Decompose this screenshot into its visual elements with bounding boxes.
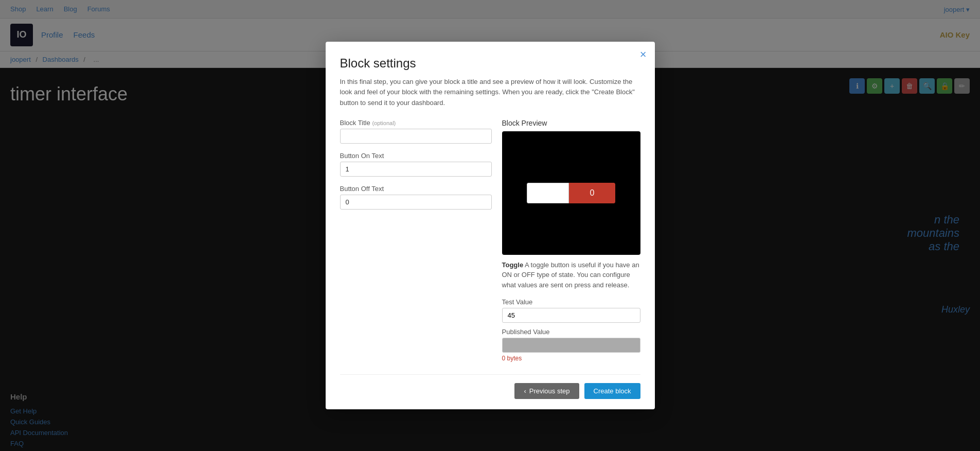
previous-step-button[interactable]: ‹ Previous step	[514, 383, 579, 399]
preview-label: Block Preview	[502, 119, 640, 127]
preview-area: 0	[502, 131, 640, 255]
published-value-input	[502, 338, 640, 353]
button-off-group: Button Off Text	[340, 185, 492, 210]
block-title-input[interactable]	[340, 129, 492, 144]
button-on-input[interactable]	[340, 162, 492, 177]
published-label: Published Value	[502, 328, 640, 336]
modal-close-button[interactable]: ×	[640, 49, 647, 60]
modal-description: In this final step, you can give your bl…	[340, 77, 640, 109]
create-block-button[interactable]: Create block	[584, 383, 640, 399]
optional-label: (optional)	[372, 120, 396, 126]
block-settings-modal: × Block settings In this final step, you…	[326, 42, 655, 410]
button-on-label: Button On Text	[340, 152, 492, 160]
test-value-label: Test Value	[502, 298, 640, 306]
toggle-preview: 0	[527, 183, 616, 203]
button-off-input[interactable]	[340, 195, 492, 210]
modal-preview: Block Preview 0 Toggle A toggle button i…	[502, 119, 640, 362]
bytes-label: 0 bytes	[502, 355, 640, 362]
test-value-group: Test Value	[502, 298, 640, 323]
block-title-label: Block Title (optional)	[340, 119, 492, 127]
toggle-off-button[interactable]	[527, 183, 569, 203]
test-value-input[interactable]	[502, 308, 640, 323]
button-on-group: Button On Text	[340, 152, 492, 177]
modal-title: Block settings	[340, 56, 640, 71]
modal-body: Block Title (optional) Button On Text Bu…	[340, 119, 640, 362]
prev-label: Previous step	[529, 387, 570, 395]
button-off-label: Button Off Text	[340, 185, 492, 193]
toggle-label: Toggle	[502, 261, 524, 269]
modal-overlay: × Block settings In this final step, you…	[0, 0, 980, 451]
block-title-group: Block Title (optional)	[340, 119, 492, 144]
modal-footer: ‹ Previous step Create block	[340, 374, 640, 399]
toggle-description: Toggle A toggle button is useful if you …	[502, 260, 640, 290]
published-group: Published Value 0 bytes	[502, 328, 640, 362]
toggle-on-button[interactable]: 0	[569, 183, 616, 203]
prev-arrow-icon: ‹	[524, 387, 526, 395]
modal-form: Block Title (optional) Button On Text Bu…	[340, 119, 492, 362]
